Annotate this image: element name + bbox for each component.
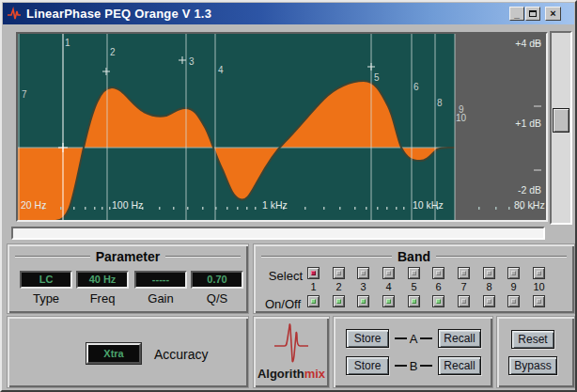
onoff-led-8 [487, 299, 491, 304]
band-select-button-10[interactable] [533, 267, 545, 279]
freq-minor-tick [85, 207, 86, 210]
param-label-freq: Freq [76, 291, 129, 306]
freq-minor-tick [339, 207, 341, 210]
param-field-gain[interactable]: ----- [134, 271, 187, 289]
freq-minor-tick [246, 207, 248, 210]
band-number-4: 4 [382, 281, 396, 292]
onoff-led-2 [336, 299, 341, 304]
select-led-4 [386, 271, 391, 275]
band-onoff-button-1[interactable] [307, 295, 320, 307]
band-onoff-button-5[interactable] [408, 295, 420, 307]
band-number-8: 8 [482, 281, 496, 292]
band-select-button-9[interactable] [507, 267, 520, 279]
select-led-5 [412, 271, 416, 275]
band-number-label-5: 5 [374, 72, 380, 83]
freq-minor-tick [354, 207, 356, 210]
select-led-8 [487, 271, 491, 275]
freq-label: 20 Hz [21, 199, 46, 211]
db-label: -2 dB [518, 184, 541, 196]
band-select-button-4[interactable] [382, 267, 395, 279]
recall-b-button[interactable]: Recall [438, 356, 481, 375]
param-field-qs[interactable]: 0.70 [191, 271, 243, 289]
param-field-freq[interactable]: 40 Hz [76, 271, 129, 289]
onoff-led-1 [311, 299, 316, 304]
band-header: Band [261, 249, 567, 264]
freq-label: 10 kHz [413, 199, 444, 211]
parameter-header: Parameter [15, 249, 241, 264]
onoff-led-6 [436, 299, 441, 304]
recall-a-button[interactable]: Recall [438, 329, 481, 348]
band-select-button-1[interactable] [307, 267, 320, 279]
dash [420, 337, 432, 339]
close-button[interactable]: × [545, 7, 561, 21]
band-number-label-6: 6 [413, 82, 419, 92]
dash [420, 365, 432, 367]
freq-minor-tick [237, 207, 239, 210]
band-panel: Band Select On/Off 12345678910 [253, 243, 575, 314]
onoff-led-7 [461, 299, 466, 304]
frequency-range-slider[interactable] [11, 227, 545, 240]
actions-panel [496, 316, 575, 388]
freq-label: 1 kHz [262, 199, 288, 211]
band-onoff-button-6[interactable] [432, 295, 444, 307]
band-number-2: 2 [332, 281, 346, 292]
freq-minor-tick [159, 207, 161, 210]
band-number-3: 3 [356, 281, 370, 292]
bypass-button[interactable]: Bypass [508, 356, 557, 375]
select-led-9 [511, 271, 516, 275]
eq-response-graph[interactable]: 20 Hz100 Hz1 kHz10 kHz80 kHz+4 dB+1 dB-2… [18, 34, 546, 220]
band-select-button-2[interactable] [333, 267, 345, 279]
select-led-10 [537, 271, 541, 275]
band-select-button-3[interactable] [357, 267, 369, 279]
maximize-icon [529, 10, 537, 17]
select-row-label: Select [256, 269, 303, 283]
band-onoff-button-8[interactable] [483, 295, 495, 307]
parameter-title: Parameter [90, 249, 166, 264]
gain-range-slider[interactable] [550, 31, 572, 225]
band-onoff-button-4[interactable] [382, 295, 395, 307]
select-led-2 [336, 271, 341, 275]
gain-range-slider-thumb[interactable] [553, 108, 569, 133]
onoff-led-9 [511, 299, 516, 304]
divider [261, 256, 392, 258]
accuracy-mode-button[interactable]: Xtra [86, 343, 141, 364]
band-select-button-8[interactable] [483, 267, 495, 279]
eq-display[interactable]: 20 Hz100 Hz1 kHz10 kHz80 kHz+4 dB+1 dB-2… [16, 32, 548, 222]
freq-minor-tick [94, 207, 96, 210]
band-select-button-5[interactable] [408, 267, 420, 279]
divider [436, 256, 567, 258]
maximize-button[interactable] [525, 7, 540, 21]
band-onoff-button-10[interactable] [533, 295, 545, 307]
freq-minor-tick [495, 207, 497, 210]
band-onoff-button-9[interactable] [507, 295, 520, 307]
divider [15, 256, 90, 258]
select-led-1 [311, 271, 316, 275]
band-title: Band [392, 249, 436, 264]
band-onoff-button-3[interactable] [357, 295, 369, 307]
store-a-button[interactable]: Store [346, 329, 389, 348]
title-bar[interactable]: LinearPhase PEQ Orange V 1.3 _ × [3, 3, 574, 24]
freq-minor-tick [478, 207, 480, 210]
db-label: +1 dB [515, 118, 541, 129]
parameter-panel: Parameter LCType40 HzFreq-----Gain0.70Q/… [7, 243, 249, 314]
onoff-led-4 [386, 299, 391, 304]
preset-b-label: B [410, 359, 418, 373]
logo-text-black: Algorith [257, 367, 304, 381]
reset-button[interactable]: Reset [511, 330, 554, 349]
freq-minor-tick [202, 207, 204, 210]
freq-minor-tick [215, 207, 217, 210]
band-select-button-7[interactable] [458, 267, 470, 279]
onoff-led-3 [361, 299, 366, 304]
minimize-button[interactable]: _ [509, 7, 524, 21]
freq-minor-tick [304, 207, 306, 210]
freq-minor-tick [73, 207, 75, 210]
dash [395, 337, 407, 339]
band-onoff-button-2[interactable] [333, 295, 345, 307]
param-field-type[interactable]: LC [20, 271, 72, 289]
algorithmix-logo-icon [272, 321, 311, 365]
band-onoff-button-7[interactable] [458, 295, 470, 307]
band-number-label-10: 10 [456, 113, 467, 123]
band-number-label-8: 8 [437, 98, 443, 108]
store-b-button[interactable]: Store [346, 356, 389, 375]
band-select-button-6[interactable] [432, 267, 444, 279]
